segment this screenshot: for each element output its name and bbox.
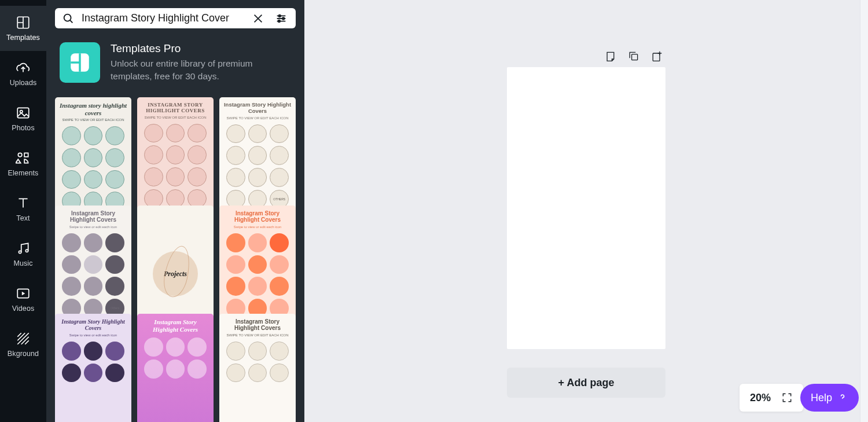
- videos-icon: [16, 286, 31, 301]
- template-icon-circle: [226, 146, 245, 165]
- template-icon-circle: [84, 148, 103, 167]
- template-card[interactable]: Instagram Story Highlight CoversSwipe to…: [55, 314, 131, 422]
- help-button[interactable]: Help: [800, 384, 859, 412]
- template-icon-circle: [144, 124, 163, 143]
- template-icon-circle: [62, 148, 81, 167]
- svg-point-8: [278, 14, 281, 17]
- nav-elements[interactable]: Elements: [0, 141, 46, 186]
- template-icon-circle: [144, 337, 163, 357]
- uploads-icon: [16, 60, 31, 75]
- template-icon-circle: [62, 126, 81, 145]
- zoom-level[interactable]: 20%: [750, 392, 771, 404]
- add-page-icon-button[interactable]: [650, 50, 663, 63]
- template-icon-circle: [84, 126, 103, 145]
- expand-icon: [781, 392, 793, 403]
- template-icon-grid: [62, 342, 124, 422]
- template-icon-circle: [248, 277, 267, 296]
- template-card[interactable]: Instagram Story Highlight CoversSWIPE TO…: [219, 314, 296, 422]
- design-page[interactable]: [507, 67, 665, 349]
- search-icon: [62, 12, 75, 25]
- template-icon-circle: [248, 168, 267, 187]
- template-icon-circle: [270, 364, 289, 383]
- template-icon-circle: [144, 359, 163, 379]
- note-icon: [605, 50, 616, 62]
- template-icon-circle: [270, 146, 289, 165]
- svg-point-7: [64, 14, 71, 21]
- template-icon-circle: [248, 124, 267, 144]
- template-card[interactable]: Instagram Story Highlight Covers: [137, 314, 214, 422]
- template-icon-circle: [62, 364, 81, 383]
- template-icon-circle: [166, 337, 185, 357]
- template-icon-circle: [84, 233, 103, 252]
- svg-rect-13: [653, 53, 660, 61]
- template-subtitle: SWIPE TO VIEW OR EDIT EACH ICON: [144, 116, 206, 119]
- nav-uploads[interactable]: Uploads: [0, 51, 46, 96]
- zoom-controls: 20%: [740, 384, 803, 412]
- leaf-decoration: [160, 244, 194, 299]
- nav-label: Music: [13, 259, 32, 267]
- template-subtitle: SWIPE TO VIEW OR EDIT EACH ICON: [226, 116, 288, 120]
- template-icon-circle: [248, 364, 267, 383]
- template-icon-circle: [166, 124, 185, 143]
- nav-background[interactable]: Bkground: [0, 322, 46, 367]
- add-page-label: + Add page: [558, 377, 615, 389]
- add-page-button[interactable]: + Add page: [507, 368, 665, 398]
- clear-search-button[interactable]: [249, 10, 267, 27]
- text-icon: [16, 196, 31, 211]
- template-icon-circle: [62, 255, 81, 274]
- template-subtitle: Swipe to view or edit each icon: [69, 333, 117, 337]
- template-icon-circle: [187, 167, 207, 186]
- nav-text[interactable]: Text: [0, 186, 46, 232]
- search-input[interactable]: [75, 12, 249, 24]
- template-subtitle: SWIPE TO VIEW OR EDIT EACH ICON: [226, 333, 288, 337]
- template-icon-circle: [248, 342, 267, 361]
- template-icon-circle: [226, 124, 245, 144]
- svg-point-5: [25, 249, 28, 252]
- nav-rail: Templates Uploads Photos Elements Text M…: [0, 0, 46, 422]
- template-icon-circle: [226, 168, 245, 187]
- notes-button[interactable]: [604, 50, 617, 63]
- vertical-scrollbar[interactable]: [860, 0, 868, 422]
- template-icon-circle: [84, 255, 103, 274]
- template-icon-circle: [62, 170, 81, 189]
- template-title: INSTAGRAM STORY HIGHLIGHT COVERS: [141, 102, 210, 114]
- template-icon-circle: [270, 168, 289, 187]
- fullscreen-button[interactable]: [781, 392, 793, 403]
- template-icon-circle: [226, 342, 245, 361]
- duplicate-page-button[interactable]: [627, 50, 640, 63]
- template-icon-circle: [226, 277, 245, 296]
- template-icon-circle: [62, 277, 81, 296]
- template-icon-circle: [105, 364, 124, 383]
- canvas-area: + Add page 20% Help: [304, 0, 868, 422]
- svg-point-10: [278, 20, 281, 22]
- nav-photos[interactable]: Photos: [0, 96, 46, 141]
- template-icon-circle: [105, 277, 124, 296]
- copy-icon: [628, 50, 639, 62]
- templates-pro-promo[interactable]: Templates Pro Unlock our entire library …: [55, 28, 296, 88]
- template-icon-circle: [270, 124, 289, 144]
- template-icon-circle: [105, 126, 124, 145]
- nav-templates[interactable]: Templates: [0, 6, 46, 51]
- promo-body: Unlock our entire library of premium tem…: [111, 57, 284, 83]
- template-icon-circle: [105, 233, 124, 252]
- music-icon: [16, 241, 31, 256]
- template-icon-circle: [226, 255, 245, 274]
- search-bar: [55, 8, 296, 28]
- nav-label: Videos: [12, 304, 35, 313]
- template-title: Instagram Story Highlight Covers: [58, 318, 128, 332]
- template-icon-circle: [187, 359, 207, 379]
- nav-music[interactable]: Music: [0, 232, 46, 277]
- filter-button[interactable]: [273, 10, 290, 27]
- template-icon-circle: [105, 148, 124, 167]
- template-icon-circle: [187, 145, 207, 164]
- background-icon: [16, 331, 31, 346]
- template-icon-circle: [84, 170, 103, 189]
- template-title: Instagram Story Highlight Covers: [223, 210, 292, 223]
- template-icon-circle: [226, 233, 245, 252]
- nav-videos[interactable]: Videos: [0, 277, 46, 322]
- nav-label: Photos: [12, 124, 35, 132]
- promo-text: Templates Pro Unlock our entire library …: [111, 42, 284, 83]
- template-icon-circle: [187, 124, 207, 143]
- template-title: Instagram Story Highlight Covers: [58, 210, 128, 223]
- templates-icon: [16, 15, 31, 30]
